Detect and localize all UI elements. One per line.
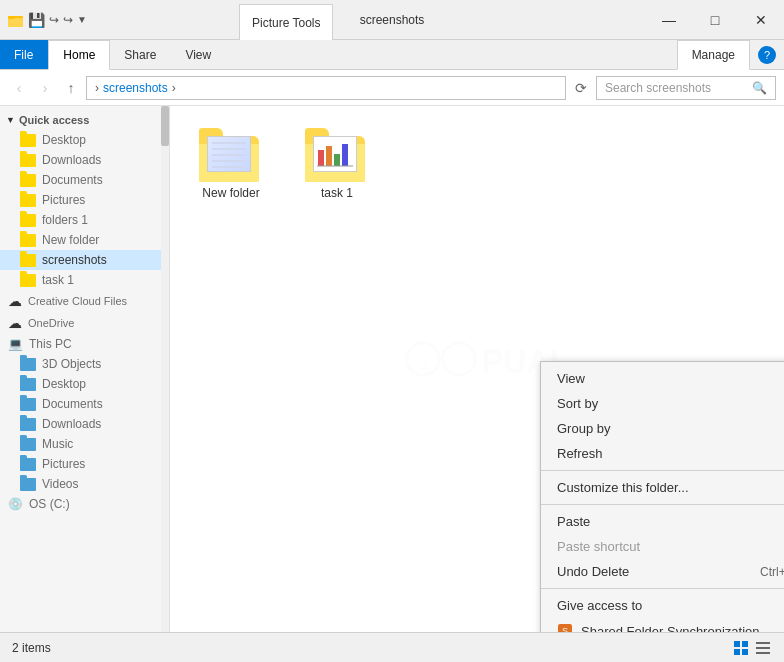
file-label-newfolder: New folder <box>202 186 259 200</box>
sidebar-item-downloads2[interactable]: Downloads <box>0 414 169 434</box>
sidebar-item-pictures2[interactable]: Pictures <box>0 454 169 474</box>
status-bar: 2 items <box>0 632 784 662</box>
ctx-item-undo-delete[interactable]: Undo Delete Ctrl+Z <box>541 559 784 584</box>
tab-manage[interactable]: Manage <box>677 40 750 70</box>
sidebar-item-folders1[interactable]: folders 1 <box>0 210 169 230</box>
sidebar-item-pictures[interactable]: Pictures <box>0 190 169 210</box>
file-label-task1: task 1 <box>321 186 353 200</box>
svg-rect-13 <box>734 641 740 647</box>
ctx-label-shared-folder-sync: Shared Folder Synchronization <box>581 624 760 633</box>
sidebar-quick-access[interactable]: ▼ Quick access <box>0 110 169 130</box>
ctx-label-refresh: Refresh <box>557 446 603 461</box>
title-bar-left: 💾 ↩ ↪ ▼ <box>0 0 95 39</box>
picture-tools-label: Picture Tools <box>252 16 320 30</box>
content-area: PUALS A New folder <box>170 106 784 632</box>
address-bar: ‹ › ↑ › screenshots › ⟳ Search screensho… <box>0 70 784 106</box>
svg-rect-11 <box>342 144 348 166</box>
svg-rect-14 <box>742 641 748 647</box>
folder-icon-newfolder <box>199 126 263 182</box>
tab-file[interactable]: File <box>0 40 48 69</box>
address-breadcrumb-screenshots[interactable]: screenshots <box>103 81 168 95</box>
folder-icon-task1 <box>305 126 369 182</box>
maximize-button[interactable]: □ <box>692 0 738 39</box>
ctx-separator-3 <box>541 588 784 589</box>
svg-rect-10 <box>334 154 340 166</box>
sidebar-item-osc[interactable]: 💿 OS (C:) <box>0 494 169 514</box>
help-icon[interactable]: ? <box>758 46 776 64</box>
main-area: ▼ Quick access Desktop Downloads Documen… <box>0 106 784 632</box>
sidebar-item-desktop[interactable]: Desktop <box>0 130 169 150</box>
sidebar-item-desktop2[interactable]: Desktop <box>0 374 169 394</box>
sidebar-item-screenshots[interactable]: screenshots <box>0 250 169 270</box>
picture-tools-tab: Picture Tools <box>239 4 333 40</box>
file-grid: New folder <box>186 122 768 204</box>
ctx-label-give-access: Give access to <box>557 598 642 613</box>
tab-view[interactable]: View <box>171 40 226 69</box>
svg-text:A: A <box>421 363 428 373</box>
tab-home[interactable]: Home <box>48 40 110 70</box>
ctx-item-shared-folder-sync[interactable]: S Shared Folder Synchronization › <box>541 618 784 632</box>
qa-dropdown[interactable]: ▼ <box>77 14 87 25</box>
ctx-separator-2 <box>541 504 784 505</box>
ctx-item-paste[interactable]: Paste <box>541 509 784 534</box>
ctx-item-group-by[interactable]: Group by › <box>541 416 784 441</box>
svg-point-3 <box>407 343 439 375</box>
ctx-item-paste-shortcut[interactable]: Paste shortcut <box>541 534 784 559</box>
qa-undo[interactable]: ↩ <box>49 13 59 27</box>
search-box[interactable]: Search screenshots 🔍 <box>596 76 776 100</box>
shared-folder-sync-icon: S <box>557 623 573 632</box>
sidebar: ▼ Quick access Desktop Downloads Documen… <box>0 106 170 632</box>
sidebar-item-music[interactable]: Music <box>0 434 169 454</box>
window-title: screenshots <box>360 0 425 39</box>
tab-share[interactable]: Share <box>110 40 171 69</box>
ctx-item-customize[interactable]: Customize this folder... <box>541 475 784 500</box>
refresh-button[interactable]: ⟳ <box>570 77 592 99</box>
qa-save[interactable]: 💾 <box>28 12 45 28</box>
folder-icon <box>8 12 24 28</box>
ctx-item-view[interactable]: View › <box>541 366 784 391</box>
ribbon-tabs: File Home Share View Manage ? <box>0 40 784 70</box>
file-item-newfolder[interactable]: New folder <box>186 122 276 204</box>
sidebar-item-thispc[interactable]: 💻 This PC <box>0 334 169 354</box>
search-placeholder: Search screenshots <box>605 81 748 95</box>
svg-rect-18 <box>756 647 770 649</box>
svg-rect-17 <box>756 642 770 644</box>
svg-rect-2 <box>8 16 15 19</box>
sidebar-item-documents2[interactable]: Documents <box>0 394 169 414</box>
status-right <box>732 639 772 657</box>
svg-rect-9 <box>326 146 332 166</box>
ctx-item-sort-by[interactable]: Sort by › <box>541 391 784 416</box>
address-path[interactable]: › screenshots › <box>86 76 566 100</box>
svg-rect-19 <box>756 652 770 654</box>
sidebar-item-downloads[interactable]: Downloads <box>0 150 169 170</box>
ctx-item-give-access[interactable]: Give access to › <box>541 593 784 618</box>
ctx-label-customize: Customize this folder... <box>557 480 689 495</box>
svg-rect-16 <box>742 649 748 655</box>
sidebar-item-newfolder[interactable]: New folder <box>0 230 169 250</box>
svg-rect-8 <box>318 150 324 166</box>
ctx-label-group-by: Group by <box>557 421 610 436</box>
sidebar-item-creative-cloud[interactable]: ☁ Creative Cloud Files <box>0 290 169 312</box>
ctx-shortcut-undo: Ctrl+Z <box>760 565 784 579</box>
address-breadcrumb-root: › <box>95 81 99 95</box>
ctx-item-refresh[interactable]: Refresh <box>541 441 784 466</box>
ctx-label-paste-shortcut: Paste shortcut <box>557 539 640 554</box>
view-detail-button[interactable] <box>754 639 772 657</box>
back-button[interactable]: ‹ <box>8 77 30 99</box>
svg-rect-1 <box>8 18 23 27</box>
view-grid-button[interactable] <box>732 639 750 657</box>
search-icon[interactable]: 🔍 <box>752 81 767 95</box>
close-button[interactable]: ✕ <box>738 0 784 39</box>
ctx-label-undo-delete: Undo Delete <box>557 564 629 579</box>
window-controls: — □ ✕ <box>646 0 784 39</box>
sidebar-item-task1[interactable]: task 1 <box>0 270 169 290</box>
sidebar-item-onedrive[interactable]: ☁ OneDrive <box>0 312 169 334</box>
minimize-button[interactable]: — <box>646 0 692 39</box>
qa-redo[interactable]: ↪ <box>63 13 73 27</box>
file-item-task1[interactable]: task 1 <box>292 122 382 204</box>
sidebar-item-documents[interactable]: Documents <box>0 170 169 190</box>
up-button[interactable]: ↑ <box>60 77 82 99</box>
sidebar-item-3dobjects[interactable]: 3D Objects <box>0 354 169 374</box>
sidebar-item-videos[interactable]: Videos <box>0 474 169 494</box>
forward-button[interactable]: › <box>34 77 56 99</box>
